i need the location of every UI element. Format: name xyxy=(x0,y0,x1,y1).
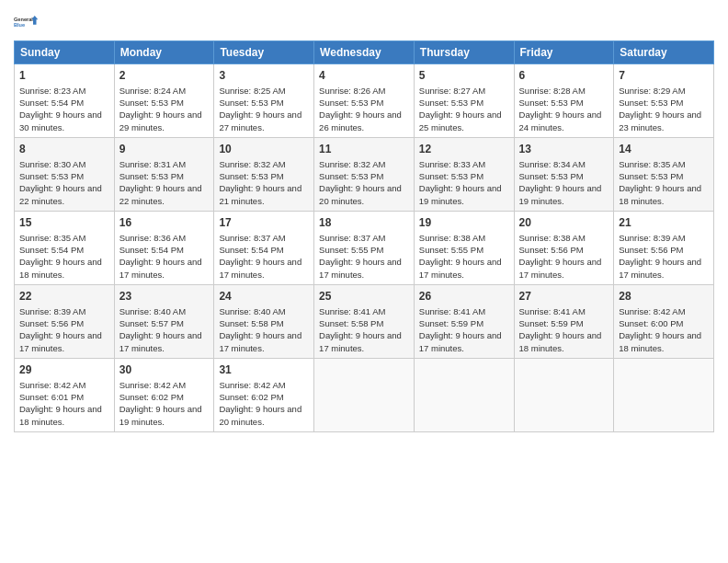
logo: GeneralBlue xyxy=(14,9,40,35)
sunset: Sunset: 6:02 PM xyxy=(219,392,283,402)
day-cell: 7Sunrise: 8:29 AMSunset: 5:53 PMDaylight… xyxy=(614,64,714,138)
day-number: 4 xyxy=(319,68,409,84)
sunset: Sunset: 5:53 PM xyxy=(319,171,383,181)
day-header-saturday: Saturday xyxy=(614,41,714,64)
day-cell: 26Sunrise: 8:41 AMSunset: 5:59 PMDayligh… xyxy=(414,284,514,358)
day-number: 23 xyxy=(119,289,210,304)
calendar-table: SundayMondayTuesdayWednesdayThursdayFrid… xyxy=(14,40,714,432)
day-header-thursday: Thursday xyxy=(414,41,514,64)
day-number: 27 xyxy=(519,289,609,304)
sunrise: Sunrise: 8:37 AM xyxy=(219,233,285,243)
day-header-friday: Friday xyxy=(514,41,614,64)
sunset: Sunset: 5:54 PM xyxy=(219,245,283,255)
day-number: 7 xyxy=(619,68,709,84)
sunset: Sunset: 5:53 PM xyxy=(219,171,283,181)
day-number: 31 xyxy=(219,362,309,378)
day-number: 5 xyxy=(419,68,509,84)
sunrise: Sunrise: 8:32 AM xyxy=(219,159,285,169)
daylight: Daylight: 9 hours and 18 minutes. xyxy=(19,257,102,279)
daylight: Daylight: 9 hours and 17 minutes. xyxy=(19,330,102,352)
day-cell: 9Sunrise: 8:31 AMSunset: 5:53 PMDaylight… xyxy=(114,137,214,211)
day-cell: 8Sunrise: 8:30 AMSunset: 5:53 PMDaylight… xyxy=(15,137,115,211)
header: GeneralBlue xyxy=(14,9,714,35)
daylight: Daylight: 9 hours and 30 minutes. xyxy=(19,109,102,132)
sunset: Sunset: 5:59 PM xyxy=(519,318,584,328)
sunset: Sunset: 5:53 PM xyxy=(519,171,584,181)
day-number: 30 xyxy=(119,362,210,378)
day-header-monday: Monday xyxy=(114,41,214,64)
sunset: Sunset: 5:53 PM xyxy=(19,171,84,181)
daylight: Daylight: 9 hours and 17 minutes. xyxy=(219,257,301,279)
sunrise: Sunrise: 8:25 AM xyxy=(219,86,285,96)
sunrise: Sunrise: 8:27 AM xyxy=(419,86,485,96)
sunrise: Sunrise: 8:29 AM xyxy=(619,86,685,96)
day-cell xyxy=(314,358,415,431)
day-number: 3 xyxy=(219,68,309,84)
week-row-4: 22Sunrise: 8:39 AMSunset: 5:56 PMDayligh… xyxy=(15,284,714,358)
day-cell: 3Sunrise: 8:25 AMSunset: 5:53 PMDaylight… xyxy=(214,64,314,138)
day-cell: 2Sunrise: 8:24 AMSunset: 5:53 PMDaylight… xyxy=(114,64,214,138)
daylight: Daylight: 9 hours and 18 minutes. xyxy=(519,330,602,352)
sunset: Sunset: 5:58 PM xyxy=(319,318,383,328)
day-cell: 27Sunrise: 8:41 AMSunset: 5:59 PMDayligh… xyxy=(514,284,614,358)
day-number: 28 xyxy=(619,289,709,304)
daylight: Daylight: 9 hours and 17 minutes. xyxy=(119,257,202,279)
sunrise: Sunrise: 8:34 AM xyxy=(519,159,586,169)
daylight: Daylight: 9 hours and 24 minutes. xyxy=(519,109,602,132)
day-cell: 15Sunrise: 8:35 AMSunset: 5:54 PMDayligh… xyxy=(15,211,115,284)
day-cell: 28Sunrise: 8:42 AMSunset: 6:00 PMDayligh… xyxy=(614,284,714,358)
daylight: Daylight: 9 hours and 22 minutes. xyxy=(19,183,102,205)
svg-text:General: General xyxy=(14,17,33,22)
sunset: Sunset: 5:55 PM xyxy=(319,245,383,255)
day-cell: 20Sunrise: 8:38 AMSunset: 5:56 PMDayligh… xyxy=(514,211,614,284)
day-number: 19 xyxy=(419,215,509,231)
sunrise: Sunrise: 8:38 AM xyxy=(419,233,485,243)
day-number: 1 xyxy=(19,68,109,84)
daylight: Daylight: 9 hours and 25 minutes. xyxy=(419,109,502,132)
sunrise: Sunrise: 8:32 AM xyxy=(319,159,385,169)
sunrise: Sunrise: 8:42 AM xyxy=(119,380,186,390)
day-cell: 25Sunrise: 8:41 AMSunset: 5:58 PMDayligh… xyxy=(314,284,415,358)
daylight: Daylight: 9 hours and 19 minutes. xyxy=(519,183,602,205)
sunset: Sunset: 5:56 PM xyxy=(619,245,683,255)
sunset: Sunset: 5:55 PM xyxy=(419,245,483,255)
daylight: Daylight: 9 hours and 22 minutes. xyxy=(119,183,202,205)
daylight: Daylight: 9 hours and 17 minutes. xyxy=(319,330,402,352)
sunrise: Sunrise: 8:41 AM xyxy=(419,306,485,316)
sunrise: Sunrise: 8:37 AM xyxy=(319,233,385,243)
page-container: GeneralBlue SundayMondayTuesdayWednesday… xyxy=(0,0,728,442)
day-header-sunday: Sunday xyxy=(15,41,115,64)
daylight: Daylight: 9 hours and 18 minutes. xyxy=(619,183,701,205)
sunset: Sunset: 5:54 PM xyxy=(19,98,84,108)
day-number: 22 xyxy=(19,289,109,304)
day-cell: 31Sunrise: 8:42 AMSunset: 6:02 PMDayligh… xyxy=(214,358,314,431)
sunrise: Sunrise: 8:42 AM xyxy=(219,380,285,390)
sunset: Sunset: 5:53 PM xyxy=(619,98,683,108)
sunrise: Sunrise: 8:33 AM xyxy=(419,159,485,169)
day-header-tuesday: Tuesday xyxy=(214,41,314,64)
day-cell xyxy=(414,358,514,431)
sunrise: Sunrise: 8:39 AM xyxy=(619,233,685,243)
day-cell: 6Sunrise: 8:28 AMSunset: 5:53 PMDaylight… xyxy=(514,64,614,138)
daylight: Daylight: 9 hours and 26 minutes. xyxy=(319,109,402,132)
daylight: Daylight: 9 hours and 20 minutes. xyxy=(219,404,301,426)
daylight: Daylight: 9 hours and 17 minutes. xyxy=(219,330,301,352)
day-cell: 16Sunrise: 8:36 AMSunset: 5:54 PMDayligh… xyxy=(114,211,214,284)
day-cell: 23Sunrise: 8:40 AMSunset: 5:57 PMDayligh… xyxy=(114,284,214,358)
day-cell: 11Sunrise: 8:32 AMSunset: 5:53 PMDayligh… xyxy=(314,137,415,211)
day-header-wednesday: Wednesday xyxy=(314,41,415,64)
sunset: Sunset: 5:53 PM xyxy=(519,98,584,108)
daylight: Daylight: 9 hours and 17 minutes. xyxy=(419,257,502,279)
day-number: 24 xyxy=(219,289,309,304)
sunset: Sunset: 6:01 PM xyxy=(19,392,84,402)
header-row: SundayMondayTuesdayWednesdayThursdayFrid… xyxy=(15,41,714,64)
sunset: Sunset: 6:00 PM xyxy=(619,318,683,328)
sunrise: Sunrise: 8:24 AM xyxy=(119,86,186,96)
sunrise: Sunrise: 8:42 AM xyxy=(619,306,685,316)
day-number: 17 xyxy=(219,215,309,231)
daylight: Daylight: 9 hours and 29 minutes. xyxy=(119,109,202,132)
sunrise: Sunrise: 8:41 AM xyxy=(519,306,586,316)
sunrise: Sunrise: 8:35 AM xyxy=(19,233,85,243)
day-cell xyxy=(514,358,614,431)
day-number: 12 xyxy=(419,142,509,157)
